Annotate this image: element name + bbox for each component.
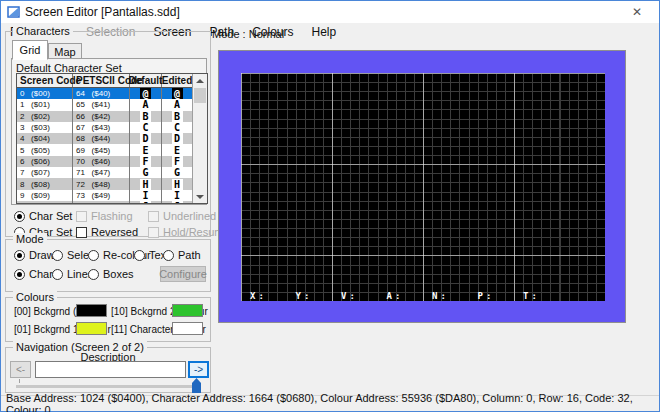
checkbox-label: Flashing bbox=[91, 210, 133, 222]
checkbox-icon bbox=[148, 211, 159, 222]
radio-boxes[interactable]: Boxes bbox=[88, 268, 134, 280]
col-default: Default bbox=[130, 74, 162, 87]
swatch-character-colour[interactable] bbox=[172, 322, 203, 335]
screen-editing-grid[interactable]: X:Y:V:A:N:P:T: bbox=[241, 73, 605, 301]
cell-screen-code: 6 ($06) bbox=[17, 156, 73, 167]
mode-group: Mode Draw Select Re-colour Text Path Cha… bbox=[5, 239, 211, 292]
description-input[interactable] bbox=[35, 361, 186, 378]
radio-label: Char Set 1 bbox=[29, 210, 82, 222]
table-row[interactable]: 0 ($00) 64 ($40) @ @ bbox=[17, 88, 207, 99]
cell-default-glyph: F bbox=[130, 156, 162, 167]
cell-edited-glyph: F bbox=[162, 156, 192, 167]
cell-default-glyph: A bbox=[130, 99, 162, 110]
scroll-down-icon[interactable] bbox=[193, 190, 207, 203]
col-screen-code: Screen Code bbox=[17, 74, 73, 87]
cell-default-glyph: I bbox=[130, 190, 162, 201]
checkbox-reversed[interactable]: Reversed bbox=[76, 226, 138, 238]
cell-screen-code: 3 ($03) bbox=[17, 122, 73, 133]
checkbox-label: Underlined bbox=[163, 210, 216, 222]
table-scrollbar[interactable] bbox=[192, 74, 207, 203]
character-table: Screen Code PETSCII Code Default Edited … bbox=[16, 73, 208, 204]
table-row[interactable]: 10 ($0A) 74 ($4A) J J bbox=[17, 201, 207, 204]
screen-slider[interactable] bbox=[16, 385, 200, 388]
cell-screen-code: 2 ($02) bbox=[17, 111, 73, 122]
hud-label: X: bbox=[250, 292, 267, 301]
next-screen-button[interactable]: -> bbox=[188, 361, 209, 378]
swatch-bckgrnd-2[interactable] bbox=[172, 304, 203, 317]
cell-edited-glyph: D bbox=[162, 133, 192, 144]
colours-group: Colours [00] Bckgrnd (erase) [10] Bckgrn… bbox=[5, 297, 211, 342]
hud-label: V: bbox=[341, 292, 358, 301]
radio-label: Draw bbox=[29, 249, 55, 261]
scroll-up-icon[interactable] bbox=[193, 74, 207, 87]
scrollbar-thumb[interactable] bbox=[194, 88, 206, 103]
radio-icon bbox=[14, 269, 25, 280]
cell-edited-glyph: G bbox=[162, 167, 192, 178]
table-row[interactable]: 7 ($07) 71 ($47) G G bbox=[17, 167, 207, 178]
cell-edited-glyph: I bbox=[162, 190, 192, 201]
radio-icon bbox=[163, 250, 174, 261]
radio-path[interactable]: Path bbox=[163, 249, 201, 261]
radio-icon bbox=[88, 250, 99, 261]
checkbox-icon bbox=[76, 211, 87, 222]
table-row[interactable]: 4 ($04) 68 ($44) D D bbox=[17, 133, 207, 144]
screen-border: X:Y:V:A:N:P:T: bbox=[218, 50, 626, 323]
cell-screen-code: 4 ($04) bbox=[17, 133, 73, 144]
cell-default-glyph: J bbox=[130, 201, 162, 204]
hud-label: T: bbox=[523, 292, 540, 301]
hud-label: A: bbox=[387, 292, 404, 301]
radio-icon bbox=[52, 269, 63, 280]
close-button[interactable]: ✕ bbox=[615, 1, 659, 23]
cell-edited-glyph: A bbox=[162, 99, 192, 110]
cell-screen-code: 1 ($01) bbox=[17, 99, 73, 110]
hud-label: P: bbox=[478, 292, 495, 301]
cell-petscii-code: 73 ($49) bbox=[73, 190, 130, 201]
radio-icon bbox=[52, 250, 63, 261]
menu-help[interactable]: Help bbox=[302, 24, 345, 40]
cell-edited-glyph: E bbox=[162, 144, 192, 155]
status-text: Base Address: 1024 ($0400), Character Ad… bbox=[6, 392, 659, 412]
cell-default-glyph: @ bbox=[130, 88, 162, 99]
radio-draw[interactable]: Draw bbox=[14, 249, 55, 261]
table-row[interactable]: 8 ($08) 72 ($48) H H bbox=[17, 178, 207, 189]
cell-petscii-code: 68 ($44) bbox=[73, 133, 130, 144]
mode-group-label: Mode bbox=[13, 233, 47, 245]
table-row[interactable]: 1 ($01) 65 ($41) A A bbox=[17, 99, 207, 110]
radio-icon bbox=[88, 269, 99, 280]
cell-default-glyph: B bbox=[130, 111, 162, 122]
app-window: Screen Editor [Pantallas.sdd] ✕ File Edi… bbox=[0, 0, 660, 412]
cell-petscii-code: 71 ($47) bbox=[73, 167, 130, 178]
swatch-bckgrnd-erase[interactable] bbox=[76, 304, 107, 317]
table-row[interactable]: 5 ($05) 69 ($45) E E bbox=[17, 144, 207, 155]
prev-screen-button[interactable]: <- bbox=[10, 361, 31, 378]
canvas-mode-label: Mode : Normal bbox=[212, 28, 284, 40]
characters-group-label: Characters bbox=[13, 25, 73, 37]
checkbox-flashing: Flashing bbox=[76, 210, 133, 222]
radio-icon bbox=[134, 250, 145, 261]
table-row[interactable]: 9 ($09) 73 ($49) I I bbox=[17, 190, 207, 201]
cell-edited-glyph: @ bbox=[162, 88, 192, 99]
cell-petscii-code: 69 ($45) bbox=[73, 144, 130, 155]
radio-char-set-1[interactable]: Char Set 1 bbox=[14, 210, 82, 222]
cell-edited-glyph: J bbox=[162, 201, 192, 204]
table-row[interactable]: 2 ($02) 66 ($42) B B bbox=[17, 111, 207, 122]
table-row[interactable]: 6 ($06) 70 ($46) F F bbox=[17, 156, 207, 167]
cell-edited-glyph: H bbox=[162, 178, 192, 189]
title-bar: Screen Editor [Pantallas.sdd] ✕ bbox=[1, 1, 659, 23]
cell-petscii-code: 67 ($43) bbox=[73, 122, 130, 133]
radio-icon bbox=[14, 211, 25, 222]
cell-petscii-code: 65 ($41) bbox=[73, 99, 130, 110]
col-edited: Edited bbox=[162, 74, 192, 87]
characters-group: Characters Grid Map Default Character Se… bbox=[5, 31, 211, 237]
table-row[interactable]: 3 ($03) 67 ($43) C C bbox=[17, 122, 207, 133]
swatch-bckgrnd-1[interactable] bbox=[76, 322, 107, 335]
hud-label: Y: bbox=[296, 292, 313, 301]
tab-grid[interactable]: Grid bbox=[12, 40, 48, 60]
cell-screen-code: 0 ($00) bbox=[17, 88, 73, 99]
checkbox-label: Reversed bbox=[91, 226, 138, 238]
status-bar: Base Address: 1024 ($0400), Character Ad… bbox=[1, 395, 659, 411]
hud-label: N: bbox=[432, 292, 449, 301]
col-petscii-code: PETSCII Code bbox=[73, 74, 130, 87]
checkbox-icon bbox=[148, 227, 159, 238]
colours-group-label: Colours bbox=[13, 291, 57, 303]
